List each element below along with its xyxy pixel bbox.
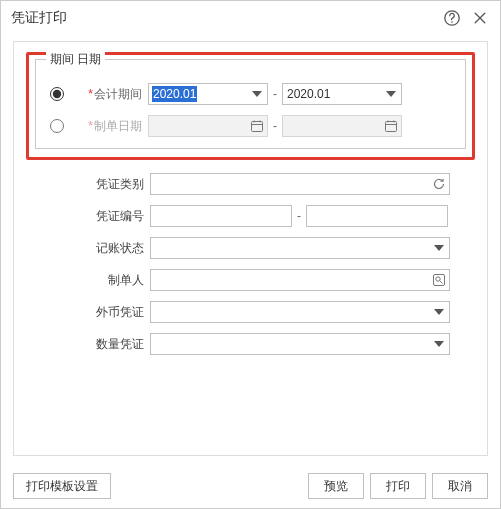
radio-by-date[interactable] (50, 119, 64, 133)
row-voucher-no: 凭证编号 - (30, 204, 475, 228)
print-button[interactable]: 打印 (370, 473, 426, 499)
label-make-date: *制单日期 (78, 118, 148, 135)
input-date-to (282, 115, 402, 137)
voucher-print-dialog: 凭证打印 期间 日期 *会计期间 2020.01 (0, 0, 501, 509)
lookup-icon[interactable] (432, 273, 446, 287)
input-maker[interactable] (150, 269, 450, 291)
input-voucher-no-from[interactable] (150, 205, 292, 227)
row-voucher-type: 凭证类别 (30, 172, 475, 196)
help-icon[interactable] (442, 8, 462, 28)
row-qty-voucher: 数量凭证 (30, 332, 475, 356)
preview-button[interactable]: 预览 (308, 473, 364, 499)
label-voucher-no: 凭证编号 (30, 208, 150, 225)
input-date-from (148, 115, 268, 137)
row-post-status: 记账状态 (30, 236, 475, 260)
cancel-button[interactable]: 取消 (432, 473, 488, 499)
svg-point-1 (451, 21, 453, 23)
input-voucher-type[interactable] (150, 173, 450, 195)
range-sep: - (268, 119, 282, 133)
row-fx-voucher: 外币凭证 (30, 300, 475, 324)
select-fx-voucher[interactable] (150, 301, 450, 323)
radio-by-period[interactable] (50, 87, 64, 101)
titlebar: 凭证打印 (1, 1, 500, 35)
dialog-title: 凭证打印 (11, 9, 67, 27)
row-by-period: *会计期间 2020.01 2020.01 - 2020.01 (46, 82, 455, 106)
dialog-footer: 打印模板设置 预览 打印 取消 (1, 464, 500, 508)
period-date-highlight: 期间 日期 *会计期间 2020.01 2020.01 - 2020.01 (26, 52, 475, 160)
label-accounting-period: *会计期间 (78, 86, 148, 103)
period-date-legend: 期间 日期 (46, 51, 105, 68)
select-period-to[interactable]: 2020.01 (282, 83, 402, 105)
select-period-from[interactable]: 2020.01 (148, 83, 268, 105)
dialog-body: 期间 日期 *会计期间 2020.01 2020.01 - 2020.01 (1, 35, 500, 464)
row-maker: 制单人 (30, 268, 475, 292)
select-post-status[interactable] (150, 237, 450, 259)
label-fx-voucher: 外币凭证 (30, 304, 150, 321)
range-sep: - (292, 209, 306, 223)
svg-point-5 (436, 277, 440, 281)
refresh-icon[interactable] (432, 177, 446, 191)
template-settings-button[interactable]: 打印模板设置 (13, 473, 111, 499)
svg-rect-4 (434, 275, 445, 286)
label-maker: 制单人 (30, 272, 150, 289)
input-voucher-no-to[interactable] (306, 205, 448, 227)
select-qty-voucher[interactable] (150, 333, 450, 355)
filter-fields: 凭证类别 凭证编号 - 记账状态 (30, 172, 475, 356)
label-voucher-type: 凭证类别 (30, 176, 150, 193)
label-post-status: 记账状态 (30, 240, 150, 257)
range-sep: - (268, 87, 282, 101)
period-date-group: 期间 日期 *会计期间 2020.01 2020.01 - 2020.01 (35, 59, 466, 149)
close-icon[interactable] (470, 8, 490, 28)
row-by-date: *制单日期 - (46, 114, 455, 138)
label-qty-voucher: 数量凭证 (30, 336, 150, 353)
